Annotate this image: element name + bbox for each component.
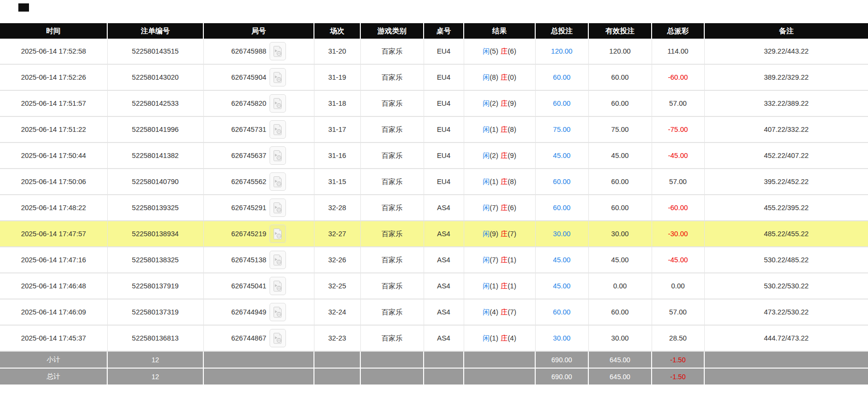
video-replay-button[interactable] bbox=[270, 42, 286, 60]
result-player-point: (7) bbox=[490, 204, 498, 212]
table-header: 时间 注单编号 局号 场次 游戏类别 桌号 结果 总投注 有效投注 总派彩 备注 bbox=[0, 23, 868, 39]
result-cell: 闲(8)庄(0) bbox=[464, 64, 535, 90]
video-file-icon bbox=[273, 45, 283, 57]
col-header-round-id: 局号 bbox=[203, 23, 314, 39]
table-id-cell: AS4 bbox=[424, 195, 464, 221]
video-replay-button[interactable] bbox=[270, 303, 286, 321]
result-player-point: (5) bbox=[490, 47, 498, 55]
table-row[interactable]: 2025-06-14 17:47:16 522580138325 6267451… bbox=[0, 247, 868, 273]
remark-cell: 455.22/395.22 bbox=[704, 195, 868, 221]
remark-cell: 530.22/530.22 bbox=[704, 273, 868, 299]
valid-bet-cell: 60.00 bbox=[588, 90, 652, 116]
remark-cell: 395.22/452.22 bbox=[704, 169, 868, 195]
table-row[interactable]: 2025-06-14 17:45:37 522580136813 6267448… bbox=[0, 325, 868, 351]
video-file-icon bbox=[273, 306, 283, 318]
total-bet-cell: 30.00 bbox=[535, 325, 588, 351]
table-row[interactable]: 2025-06-14 17:48:22 522580139325 6267452… bbox=[0, 195, 868, 221]
video-replay-button[interactable] bbox=[270, 120, 286, 139]
result-player-point: (2) bbox=[490, 152, 498, 159]
result-banker-label: 庄 bbox=[501, 256, 508, 264]
empty-cell bbox=[360, 368, 424, 385]
empty-cell bbox=[203, 368, 314, 385]
session-cell: 32-28 bbox=[314, 195, 360, 221]
video-replay-button[interactable] bbox=[270, 146, 286, 165]
table-id-cell: EU4 bbox=[424, 169, 464, 195]
result-cell: 闲(1)庄(1) bbox=[464, 273, 535, 299]
video-replay-button[interactable] bbox=[270, 199, 286, 217]
table-row[interactable]: 2025-06-14 17:52:26 522580143020 6267459… bbox=[0, 64, 868, 90]
video-replay-button[interactable] bbox=[270, 277, 286, 295]
result-banker-point: (6) bbox=[508, 204, 516, 212]
remark-cell: 407.22/332.22 bbox=[704, 116, 868, 142]
table-row[interactable]: 2025-06-14 17:51:57 522580142533 6267458… bbox=[0, 90, 868, 116]
round-id-text: 626745988 bbox=[231, 47, 267, 55]
video-file-icon bbox=[273, 202, 283, 214]
bet-id-cell: 522580142533 bbox=[107, 90, 203, 116]
video-replay-button[interactable] bbox=[270, 329, 286, 347]
round-id-cell: 626745291 bbox=[203, 195, 314, 221]
valid-bet-cell: 60.00 bbox=[588, 195, 652, 221]
video-file-icon bbox=[273, 228, 283, 240]
table-row[interactable]: 2025-06-14 17:47:57 522580138934 6267452… bbox=[0, 221, 868, 247]
empty-cell bbox=[464, 351, 535, 368]
video-replay-button[interactable] bbox=[270, 68, 286, 86]
round-id-text: 626745219 bbox=[231, 230, 267, 238]
result-banker-label: 庄 bbox=[501, 152, 508, 159]
table-row[interactable]: 2025-06-14 17:46:48 522580137919 6267450… bbox=[0, 273, 868, 299]
table-row[interactable]: 2025-06-14 17:52:58 522580143515 6267459… bbox=[0, 39, 868, 64]
table-row[interactable]: 2025-06-14 17:51:22 522580141996 6267457… bbox=[0, 116, 868, 142]
total-bet-cell: 45.00 bbox=[535, 273, 588, 299]
video-replay-button[interactable] bbox=[270, 251, 286, 269]
result-banker-label: 庄 bbox=[501, 334, 508, 342]
bet-id-cell: 522580139325 bbox=[107, 195, 203, 221]
col-header-total-bet: 总投注 bbox=[535, 23, 588, 39]
video-replay-button[interactable] bbox=[270, 225, 286, 243]
col-header-result: 结果 bbox=[464, 23, 535, 39]
result-cell: 闲(5)庄(6) bbox=[464, 39, 535, 64]
col-header-time: 时间 bbox=[0, 23, 107, 39]
bet-records-table: 时间 注单编号 局号 场次 游戏类别 桌号 结果 总投注 有效投注 总派彩 备注… bbox=[0, 23, 868, 385]
bet-id-cell: 522580137319 bbox=[107, 299, 203, 325]
session-cell: 31-16 bbox=[314, 142, 360, 169]
payout-cell: -45.00 bbox=[652, 142, 704, 169]
game-type-cell: 百家乐 bbox=[360, 39, 424, 64]
table-row[interactable]: 2025-06-14 17:50:44 522580141382 6267456… bbox=[0, 142, 868, 169]
result-banker-point: (7) bbox=[508, 230, 516, 238]
payout-cell: 0.00 bbox=[652, 273, 704, 299]
total-bet-cell: 30.00 bbox=[535, 221, 588, 247]
session-cell: 32-26 bbox=[314, 247, 360, 273]
result-banker-point: (8) bbox=[508, 126, 516, 133]
remark-cell: 530.22/485.22 bbox=[704, 247, 868, 273]
valid-bet-cell: 60.00 bbox=[588, 169, 652, 195]
time-cell: 2025-06-14 17:52:58 bbox=[0, 39, 107, 64]
time-cell: 2025-06-14 17:50:06 bbox=[0, 169, 107, 195]
video-file-icon bbox=[273, 254, 283, 266]
round-id-cell: 626745820 bbox=[203, 90, 314, 116]
result-banker-point: (4) bbox=[508, 334, 516, 342]
round-id-cell: 626744867 bbox=[203, 325, 314, 351]
game-type-cell: 百家乐 bbox=[360, 247, 424, 273]
round-id-text: 626744867 bbox=[231, 334, 267, 342]
bet-id-cell: 522580138934 bbox=[107, 221, 203, 247]
video-replay-button[interactable] bbox=[270, 172, 286, 191]
table-id-cell: EU4 bbox=[424, 39, 464, 64]
session-cell: 31-18 bbox=[314, 90, 360, 116]
result-player-point: (1) bbox=[490, 282, 498, 290]
result-player-point: (1) bbox=[490, 178, 498, 185]
game-type-cell: 百家乐 bbox=[360, 195, 424, 221]
session-cell: 31-17 bbox=[314, 116, 360, 142]
total-bet-cell: 60.00 bbox=[535, 64, 588, 90]
game-type-cell: 百家乐 bbox=[360, 90, 424, 116]
payout-cell: -45.00 bbox=[652, 247, 704, 273]
video-replay-button[interactable] bbox=[270, 94, 286, 113]
table-row[interactable]: 2025-06-14 17:50:06 522580140790 6267455… bbox=[0, 169, 868, 195]
col-header-game-type: 游戏类别 bbox=[360, 23, 424, 39]
result-player-label: 闲 bbox=[483, 256, 490, 264]
total-bet-cell: 120.00 bbox=[535, 39, 588, 64]
table-row[interactable]: 2025-06-14 17:46:09 522580137319 6267449… bbox=[0, 299, 868, 325]
game-type-cell: 百家乐 bbox=[360, 64, 424, 90]
valid-bet-cell: 0.00 bbox=[588, 273, 652, 299]
game-type-cell: 百家乐 bbox=[360, 299, 424, 325]
result-cell: 闲(1)庄(4) bbox=[464, 325, 535, 351]
col-header-remark: 备注 bbox=[704, 23, 868, 39]
